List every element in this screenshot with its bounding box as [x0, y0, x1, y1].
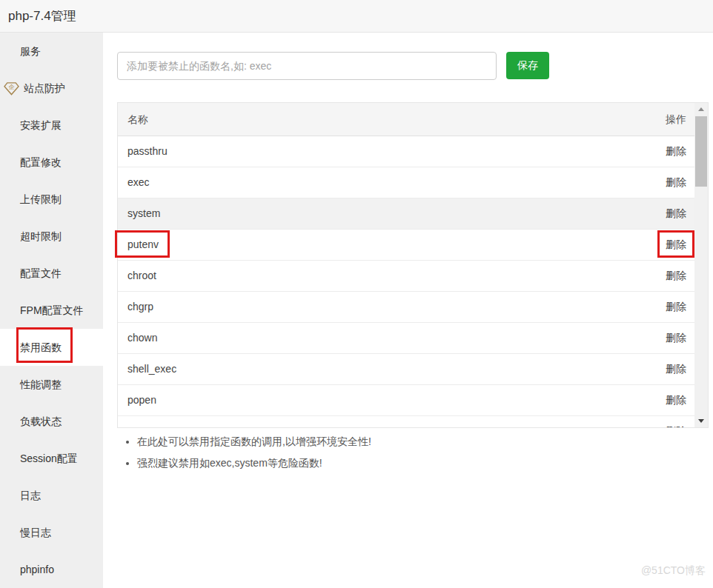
sidebar-item-disabled-functions[interactable]: 禁用函数 [0, 329, 103, 366]
sidebar-item-log[interactable]: 日志 [0, 477, 103, 514]
table-row-system: system删除 [118, 198, 696, 230]
table-row-chgrp: chgrp删除 [118, 292, 696, 323]
table-body: passthru删除exec删除system删除putenv删除chroot删除… [118, 136, 696, 427]
sidebar-item-label: phpinfo [20, 564, 54, 575]
sidebar-item-label: 性能调整 [20, 378, 62, 390]
sidebar-item-load-status[interactable]: 负载状态 [0, 403, 103, 440]
delete-link[interactable]: 删除 [666, 230, 686, 260]
disable-function-input[interactable] [117, 52, 497, 80]
table-row-popen: popen删除 [118, 385, 696, 416]
delete-link[interactable]: 删除 [666, 323, 686, 353]
table-row-putenv: putenv删除 [118, 230, 696, 261]
table-row-partial: 删除 [118, 416, 696, 427]
delete-link[interactable]: 删除 [666, 198, 686, 229]
disabled-functions-table: 名称 操作 passthru删除exec删除system删除putenv删除ch… [117, 102, 709, 428]
sidebar-item-label: 配置文件 [20, 267, 62, 279]
sidebar-item-label: 日志 [20, 490, 41, 501]
scroll-up-arrow[interactable] [694, 103, 708, 115]
delete-link[interactable]: 删除 [666, 136, 686, 167]
column-header-action: 操作 [666, 103, 686, 136]
sidebar-item-label: 慢日志 [20, 527, 51, 538]
sidebar-item-label: 安装扩展 [20, 119, 62, 131]
function-name: chown [127, 332, 157, 344]
delete-link[interactable]: 删除 [666, 354, 686, 384]
sidebar-item-install-extensions[interactable]: 安装扩展 [0, 107, 103, 144]
sidebar-item-config-modify[interactable]: 配置修改 [0, 144, 103, 181]
watermark: @51CTO博客 [641, 564, 706, 578]
sidebar-item-phpinfo[interactable]: phpinfo [0, 551, 103, 588]
delete-link[interactable]: 删除 [666, 261, 686, 291]
sidebar-item-performance-tuning[interactable]: 性能调整 [0, 366, 103, 403]
table-scrollbar[interactable] [694, 103, 708, 427]
sidebar-item-upload-limit[interactable]: 上传限制 [0, 181, 103, 218]
table-row-passthru: passthru删除 [118, 136, 696, 167]
delete-link[interactable]: 删除 [666, 416, 686, 427]
table-scroll-area: 名称 操作 passthru删除exec删除system删除putenv删除ch… [118, 103, 696, 427]
table-row-chroot: chroot删除 [118, 261, 696, 292]
title-bar: php-7.4管理 [0, 0, 713, 33]
sidebar-item-label: 负载状态 [20, 415, 62, 427]
help-note: 在此处可以禁用指定函数的调用,以增强环境安全性! [137, 434, 371, 449]
page-title: php-7.4管理 [8, 0, 76, 32]
sidebar-item-fpm-config-file[interactable]: FPM配置文件 [0, 292, 103, 329]
sidebar-item-label: 服务 [20, 45, 41, 57]
table-header-row: 名称 操作 [118, 103, 696, 136]
table-row-exec: exec删除 [118, 167, 696, 198]
delete-link[interactable]: 删除 [666, 292, 686, 322]
function-name: chgrp [127, 301, 153, 313]
function-name: putenv [127, 238, 159, 250]
sidebar-item-timeout-limit[interactable]: 超时限制 [0, 218, 103, 255]
scroll-down-arrow[interactable] [694, 415, 708, 427]
function-name: chroot [127, 270, 156, 281]
sidebar-item-label: Session配置 [20, 452, 78, 464]
svg-text:企: 企 [8, 84, 14, 90]
sidebar-item-label: 禁用函数 [20, 341, 62, 353]
function-name: shell_exec [127, 363, 176, 375]
function-name: popen [127, 394, 156, 406]
delete-link[interactable]: 删除 [666, 167, 686, 198]
sidebar-item-session-config[interactable]: Session配置 [0, 440, 103, 477]
help-note: 强烈建议禁用如exec,system等危险函数! [137, 455, 371, 470]
sidebar-item-label: FPM配置文件 [20, 304, 84, 316]
delete-link[interactable]: 删除 [666, 385, 686, 415]
sidebar-item-slow-log[interactable]: 慢日志 [0, 514, 103, 551]
sidebar-item-config-file[interactable]: 配置文件 [0, 255, 103, 292]
sidebar: 服务企站点防护安装扩展配置修改上传限制超时限制配置文件FPM配置文件禁用函数性能… [0, 33, 103, 588]
sidebar-item-label: 上传限制 [20, 193, 62, 205]
sidebar-item-label: 站点防护 [24, 70, 65, 107]
scrollbar-thumb[interactable] [695, 116, 707, 187]
function-name: passthru [127, 145, 168, 157]
sidebar-item-label: 配置修改 [20, 156, 62, 168]
save-button[interactable]: 保存 [506, 52, 549, 79]
table-row-chown: chown删除 [118, 323, 696, 354]
function-name: exec [127, 176, 150, 188]
gem-icon: 企 [3, 81, 20, 96]
sidebar-item-label: 超时限制 [20, 230, 62, 242]
function-name: system [127, 207, 160, 219]
table-row-shell_exec: shell_exec删除 [118, 354, 696, 385]
sidebar-item-services[interactable]: 服务 [0, 33, 103, 70]
column-header-name: 名称 [127, 113, 148, 125]
php-manager-window: php-7.4管理 服务企站点防护安装扩展配置修改上传限制超时限制配置文件FPM… [0, 0, 713, 588]
help-notes: 在此处可以禁用指定函数的调用,以增强环境安全性!强烈建议禁用如exec,syst… [121, 434, 371, 477]
sidebar-item-site-protection[interactable]: 企站点防护 [0, 70, 103, 107]
